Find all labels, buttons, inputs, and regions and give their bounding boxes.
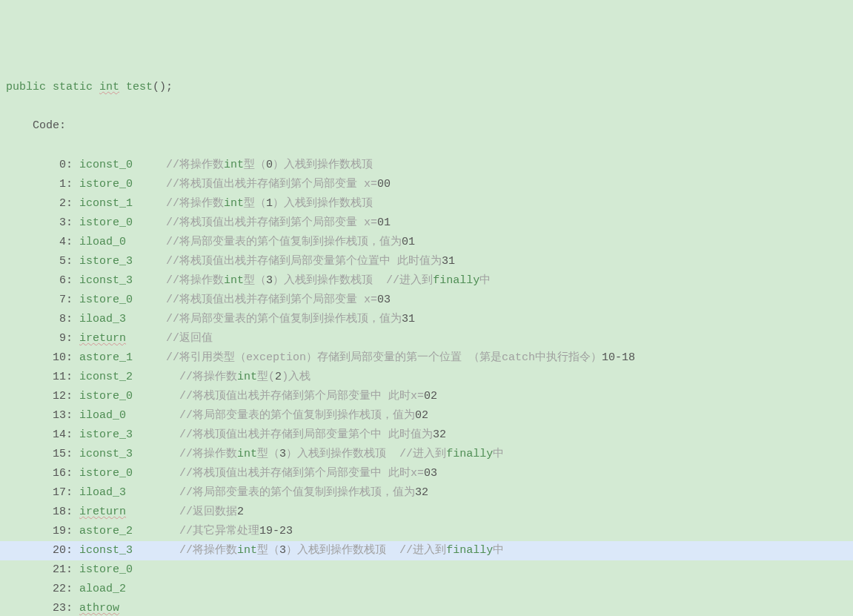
bytecode-line: 8: iload_3 //将局部变量表的第个值复制到操作栈顶，值为31	[6, 310, 847, 329]
opcode: astore_1	[79, 351, 133, 364]
bytecode-line: 7: istore_0 //将栈顶值出栈并存储到第个局部变量 x=03	[6, 291, 847, 310]
bytecode-line: 23: athrow	[6, 599, 847, 617]
opcode: iconst_3	[79, 544, 133, 557]
comment: //将局部变量表的第个值复制到操作栈顶，值为32	[179, 486, 428, 499]
comment: //将栈顶值出栈并存储到第个局部变量中 此时x=03	[179, 467, 437, 480]
comment: //返回数据2	[179, 506, 244, 518]
opcode: istore_0	[79, 563, 133, 576]
comment: //将操作数int型(2)入栈	[179, 371, 311, 383]
bytecode-line: 16: istore_0 //将栈顶值出栈并存储到第个局部变量中 此时x=03	[6, 464, 847, 483]
opcode: istore_0	[79, 467, 133, 480]
bytecode-line: 22: aload_2	[6, 580, 847, 599]
comment: //将局部变量表的第个值复制到操作栈顶，值为02	[179, 409, 428, 422]
bytecode-line: 19: astore_2 //其它异常处理19-23	[6, 522, 847, 541]
bytecode-line: 6: iconst_3 //将操作数int型（3）入栈到操作数栈顶 //进入到f…	[6, 271, 847, 291]
comment: //将操作数int型（3）入栈到操作数栈顶 //进入到finally中	[166, 274, 491, 287]
modifiers: public static	[6, 81, 93, 93]
comment: //将栈顶值出栈并存储到局部变量第个位置中 此时值为31	[166, 255, 455, 268]
opcode: istore_3	[79, 255, 133, 268]
return-type: int	[99, 81, 119, 93]
comment: //将操作数int型（0）入栈到操作数栈顶	[166, 159, 373, 171]
comment: //将操作数int型（1）入栈到操作数栈顶	[166, 197, 373, 210]
opcode: iload_0	[79, 236, 126, 248]
comment: //将操作数int型（3）入栈到操作数栈顶 //进入到finally中	[179, 544, 504, 557]
opcode: ireturn	[79, 332, 126, 345]
code-label: Code:	[6, 116, 847, 136]
comment: //将操作数int型（3）入栈到操作数栈顶 //进入到finally中	[179, 448, 504, 460]
opcode: istore_0	[79, 216, 133, 229]
method-name: test	[126, 81, 153, 93]
bytecode-line: 3: istore_0 //将栈顶值出栈并存储到第个局部变量 x=01	[6, 213, 847, 233]
bytecode-line: 21: istore_0	[6, 560, 847, 580]
comment: //将栈顶值出栈并存储到第个局部变量 x=01	[166, 216, 391, 229]
bytecode-line: 10: astore_1 //将引用类型（exception）存储到局部变量的第…	[6, 348, 847, 368]
comment: //返回值	[166, 332, 213, 345]
comment: //将栈顶值出栈并存储到第个局部变量中 此时x=02	[179, 390, 437, 403]
paren: ();	[153, 81, 173, 93]
bytecode-line: 17: iload_3 //将局部变量表的第个值复制到操作栈顶，值为32	[6, 483, 847, 503]
comment: //将引用类型（exception）存储到局部变量的第一个位置 （第是catch…	[166, 351, 635, 364]
opcode: iload_0	[79, 409, 126, 422]
opcode: istore_3	[79, 428, 133, 441]
bytecode-line: 0: iconst_0 //将操作数int型（0）入栈到操作数栈顶	[6, 156, 847, 175]
opcode: iconst_3	[79, 448, 133, 460]
opcode: iconst_3	[79, 274, 133, 287]
bytecode-line: 14: istore_3 //将栈顶值出栈并存储到局部变量第个中 此时值为32	[6, 425, 847, 445]
opcode: ireturn	[79, 506, 126, 518]
opcode: istore_0	[79, 178, 133, 191]
comment: //将栈顶值出栈并存储到局部变量第个中 此时值为32	[179, 428, 446, 441]
opcode: iload_3	[79, 486, 126, 499]
opcode: aload_2	[79, 583, 126, 595]
bytecode-line: 18: ireturn //返回数据2	[6, 503, 847, 522]
bytecode-line: 13: iload_0 //将局部变量表的第个值复制到操作栈顶，值为02	[6, 406, 847, 425]
code-block: public static int test(); Code: 0: icons…	[0, 59, 853, 616]
method-signature: public static int test();	[6, 78, 847, 97]
opcode: athrow	[79, 602, 119, 615]
bytecode-line: 2: iconst_1 //将操作数int型（1）入栈到操作数栈顶	[6, 194, 847, 213]
opcode: istore_0	[79, 294, 133, 306]
opcode: istore_0	[79, 390, 133, 403]
comment: //将局部变量表的第个值复制到操作栈顶，值为31	[166, 313, 415, 325]
bytecode-line: 5: istore_3 //将栈顶值出栈并存储到局部变量第个位置中 此时值为31	[6, 252, 847, 271]
bytecode-line: 20: iconst_3 //将操作数int型（3）入栈到操作数栈顶 //进入到…	[0, 541, 853, 560]
bytecode-line: 12: istore_0 //将栈顶值出栈并存储到第个局部变量中 此时x=02	[6, 387, 847, 406]
bytecode-line: 15: iconst_3 //将操作数int型（3）入栈到操作数栈顶 //进入到…	[6, 445, 847, 464]
bytecode-line: 9: ireturn //返回值	[6, 329, 847, 348]
comment: //将局部变量表的第个值复制到操作栈顶，值为01	[166, 236, 415, 248]
comment: //将栈顶值出栈并存储到第个局部变量 x=03	[166, 294, 391, 306]
opcode: iconst_1	[79, 197, 133, 210]
opcode: iconst_2	[79, 371, 133, 383]
opcode: astore_2	[79, 525, 133, 537]
bytecode-line: 11: iconst_2 //将操作数int型(2)入栈	[6, 368, 847, 387]
comment: //将栈顶值出栈并存储到第个局部变量 x=00	[166, 178, 391, 191]
opcode: iconst_0	[79, 159, 133, 171]
bytecode-line: 1: istore_0 //将栈顶值出栈并存储到第个局部变量 x=00	[6, 175, 847, 194]
opcode: iload_3	[79, 313, 126, 325]
comment: //其它异常处理19-23	[179, 525, 293, 537]
bytecode-line: 4: iload_0 //将局部变量表的第个值复制到操作栈顶，值为01	[6, 233, 847, 252]
